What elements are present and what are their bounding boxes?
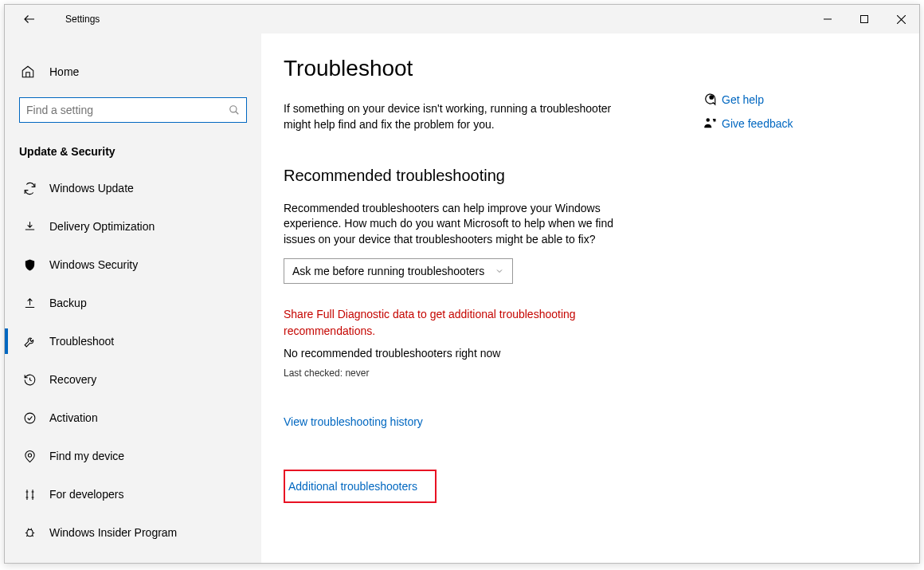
titlebar: Settings bbox=[5, 5, 919, 33]
sidebar-item-find-my-device[interactable]: Find my device bbox=[5, 437, 261, 475]
diagnostic-warning: Share Full Diagnostic data to get additi… bbox=[284, 306, 602, 339]
svg-point-5 bbox=[710, 96, 714, 100]
search-input[interactable] bbox=[26, 104, 229, 116]
close-icon bbox=[897, 15, 906, 24]
shield-icon bbox=[21, 258, 38, 272]
svg-point-6 bbox=[707, 118, 711, 122]
window-controls bbox=[809, 7, 919, 31]
close-button[interactable] bbox=[883, 7, 919, 31]
arrow-left-icon bbox=[22, 12, 37, 26]
sync-icon bbox=[21, 182, 38, 195]
home-icon bbox=[21, 65, 38, 79]
sidebar-item-label: Recovery bbox=[49, 373, 96, 386]
help-icon bbox=[698, 92, 722, 107]
download-icon bbox=[21, 220, 38, 234]
bug-icon bbox=[21, 526, 38, 540]
sidebar-item-label: Backup bbox=[49, 297, 87, 309]
troubleshooter-dropdown[interactable]: Ask me before running troubleshooters bbox=[284, 258, 513, 284]
home-button[interactable]: Home bbox=[5, 54, 261, 89]
no-recommended-text: No recommended troubleshooters right now bbox=[284, 347, 698, 360]
sidebar: Home Update & Security Windows Update bbox=[5, 33, 261, 563]
titlebar-left: Settings bbox=[5, 5, 100, 33]
sidebar-item-troubleshoot[interactable]: Troubleshoot bbox=[5, 322, 261, 360]
sidebar-item-windows-update[interactable]: Windows Update bbox=[5, 169, 261, 207]
home-label: Home bbox=[49, 65, 79, 78]
get-help-link[interactable]: Get help bbox=[722, 93, 764, 106]
sidebar-item-label: Activation bbox=[49, 411, 98, 424]
chevron-down-icon bbox=[495, 266, 504, 276]
feedback-icon bbox=[698, 116, 722, 131]
settings-window: Settings Home bbox=[4, 4, 920, 564]
location-icon bbox=[21, 450, 38, 463]
svg-point-1 bbox=[230, 106, 237, 112]
page-title: Troubleshoot bbox=[284, 56, 698, 81]
clock-back-icon bbox=[21, 373, 38, 387]
nav: Windows Update Delivery Optimization Win… bbox=[5, 169, 261, 552]
body: Home Update & Security Windows Update bbox=[5, 33, 919, 563]
give-feedback-link[interactable]: Give feedback bbox=[722, 117, 793, 130]
intro-text: If something on your device isn't workin… bbox=[284, 100, 626, 133]
svg-point-2 bbox=[25, 413, 35, 423]
wrench-icon bbox=[21, 335, 38, 348]
sidebar-item-label: Windows Insider Program bbox=[49, 526, 177, 539]
sidebar-item-activation[interactable]: Activation bbox=[5, 399, 261, 437]
svg-rect-4 bbox=[26, 529, 32, 537]
content: Troubleshoot If something on your device… bbox=[284, 56, 698, 563]
maximize-button[interactable] bbox=[846, 7, 883, 31]
sidebar-item-windows-insider[interactable]: Windows Insider Program bbox=[5, 513, 261, 552]
search-icon bbox=[229, 104, 240, 116]
sidebar-item-label: For developers bbox=[49, 488, 123, 501]
section-title: Update & Security bbox=[19, 145, 261, 158]
sidebar-item-backup[interactable]: Backup bbox=[5, 284, 261, 322]
sidebar-item-windows-security[interactable]: Windows Security bbox=[5, 246, 261, 284]
main: Troubleshoot If something on your device… bbox=[261, 33, 919, 563]
recommended-heading: Recommended troubleshooting bbox=[284, 167, 698, 185]
right-column: Get help Give feedback bbox=[698, 56, 919, 563]
tools-icon bbox=[21, 488, 38, 501]
check-circle-icon bbox=[21, 411, 38, 425]
maximize-icon bbox=[860, 15, 868, 23]
sidebar-item-label: Troubleshoot bbox=[49, 335, 114, 348]
sidebar-item-delivery-optimization[interactable]: Delivery Optimization bbox=[5, 207, 261, 246]
sidebar-item-label: Windows Update bbox=[49, 182, 134, 195]
back-button[interactable] bbox=[16, 5, 43, 33]
minimize-icon bbox=[824, 15, 832, 23]
get-help-row: Get help bbox=[698, 92, 919, 107]
upload-icon bbox=[21, 297, 38, 310]
search-box[interactable] bbox=[19, 97, 247, 123]
sidebar-item-label: Delivery Optimization bbox=[49, 220, 155, 233]
additional-troubleshooters-highlight: Additional troubleshooters bbox=[284, 470, 437, 503]
sidebar-item-for-developers[interactable]: For developers bbox=[5, 475, 261, 513]
additional-troubleshooters-link[interactable]: Additional troubleshooters bbox=[288, 480, 417, 493]
sidebar-item-label: Windows Security bbox=[49, 258, 138, 271]
give-feedback-row: Give feedback bbox=[698, 116, 919, 131]
svg-point-3 bbox=[28, 453, 31, 456]
search-wrap bbox=[19, 97, 247, 123]
view-history-link[interactable]: View troubleshooting history bbox=[284, 415, 698, 428]
recommended-body: Recommended troubleshooters can help imp… bbox=[284, 201, 626, 248]
minimize-button[interactable] bbox=[809, 7, 846, 31]
svg-rect-0 bbox=[861, 16, 868, 23]
last-checked-text: Last checked: never bbox=[284, 368, 698, 379]
sidebar-item-recovery[interactable]: Recovery bbox=[5, 360, 261, 399]
sidebar-item-label: Find my device bbox=[49, 450, 124, 462]
window-title: Settings bbox=[65, 14, 100, 25]
dropdown-value: Ask me before running troubleshooters bbox=[292, 265, 484, 277]
